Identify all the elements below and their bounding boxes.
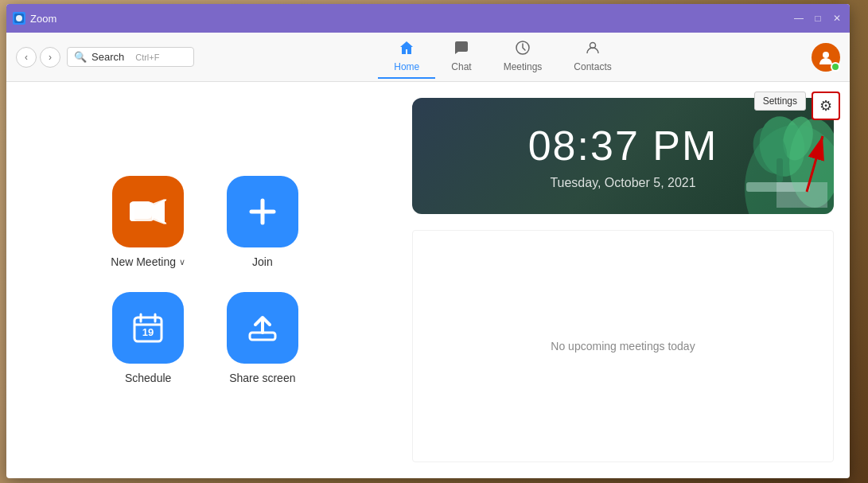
close-button[interactable]: ✕: [831, 12, 843, 25]
tab-home[interactable]: Home: [378, 35, 435, 79]
main-content: ⚙ Settings: [6, 82, 850, 478]
svg-rect-14: [130, 201, 152, 219]
svg-point-27: [778, 113, 817, 163]
maximize-button[interactable]: □: [812, 12, 824, 25]
forward-button[interactable]: ›: [40, 47, 60, 68]
minimize-button[interactable]: —: [792, 12, 805, 25]
window-title: Zoom: [30, 13, 792, 25]
svg-point-5: [823, 52, 829, 58]
share-screen-label: Share screen: [229, 372, 295, 384]
meetings-section: No upcoming meetings today: [412, 230, 834, 462]
svg-rect-24: [250, 333, 275, 340]
svg-marker-15: [152, 199, 165, 224]
svg-rect-29: [777, 158, 783, 182]
svg-text:19: 19: [142, 326, 154, 338]
settings-button[interactable]: ⚙: [812, 92, 840, 120]
left-panel: New Meeting ∨ Join: [6, 82, 404, 478]
nav-arrows: ‹ ›: [16, 47, 60, 68]
join-button[interactable]: [227, 176, 298, 247]
search-box[interactable]: 🔍 Search Ctrl+F: [67, 47, 194, 67]
contacts-icon: [585, 40, 601, 60]
action-item-share-screen[interactable]: Share screen: [225, 292, 300, 384]
join-label: Join: [252, 255, 273, 268]
app-icon: [13, 12, 25, 25]
action-item-join[interactable]: Join: [225, 176, 300, 268]
tab-meetings[interactable]: Meetings: [488, 35, 559, 79]
chat-icon: [453, 40, 469, 60]
right-panel: 08:37 PM Tuesday, October 5, 2021 No upc…: [404, 82, 850, 478]
profile-avatar[interactable]: [812, 43, 840, 72]
tab-contacts-label: Contacts: [574, 61, 611, 72]
tab-chat-label: Chat: [451, 61, 471, 72]
action-item-schedule[interactable]: 19 Schedule: [111, 292, 185, 384]
share-screen-button[interactable]: [227, 292, 298, 364]
clock-card: 08:37 PM Tuesday, October 5, 2021: [412, 98, 834, 214]
settings-tooltip: Settings: [754, 92, 806, 111]
action-item-new-meeting[interactable]: New Meeting ∨: [111, 176, 185, 268]
new-meeting-button[interactable]: [112, 176, 184, 247]
gear-icon: ⚙: [819, 97, 832, 115]
title-bar: Zoom — □ ✕: [6, 4, 850, 33]
nav-tabs: Home Chat Meetings: [194, 35, 812, 79]
svg-point-26: [755, 113, 809, 181]
tab-meetings-label: Meetings: [504, 61, 543, 72]
tab-chat[interactable]: Chat: [435, 35, 487, 79]
profile-status-badge: [831, 62, 840, 72]
search-label: Search: [91, 51, 124, 63]
search-icon: 🔍: [74, 51, 87, 63]
toolbar: ‹ › 🔍 Search Ctrl+F Home: [6, 33, 850, 82]
home-icon: [399, 40, 415, 60]
search-shortcut: Ctrl+F: [135, 53, 159, 62]
tab-contacts[interactable]: Contacts: [558, 35, 627, 79]
new-meeting-label: New Meeting ∨: [111, 255, 185, 268]
svg-point-1: [16, 15, 22, 21]
clock-time: 08:37 PM: [444, 122, 802, 169]
svg-rect-25: [746, 182, 810, 192]
tab-home-label: Home: [394, 61, 419, 72]
back-button[interactable]: ‹: [16, 47, 37, 68]
clock-date: Tuesday, October 5, 2021: [444, 176, 802, 190]
action-grid: New Meeting ∨ Join: [111, 176, 299, 384]
window-controls: — □ ✕: [792, 12, 843, 25]
zoom-window: Zoom — □ ✕ ‹ › 🔍 Search Ctrl+F Home: [6, 4, 850, 478]
dropdown-arrow-icon: ∨: [179, 257, 185, 267]
schedule-button[interactable]: 19: [112, 292, 184, 364]
no-meetings-text: No upcoming meetings today: [551, 340, 695, 353]
profile-area: [812, 43, 840, 72]
schedule-label: Schedule: [125, 372, 171, 384]
meetings-icon: [515, 40, 531, 60]
svg-point-28: [747, 123, 793, 178]
